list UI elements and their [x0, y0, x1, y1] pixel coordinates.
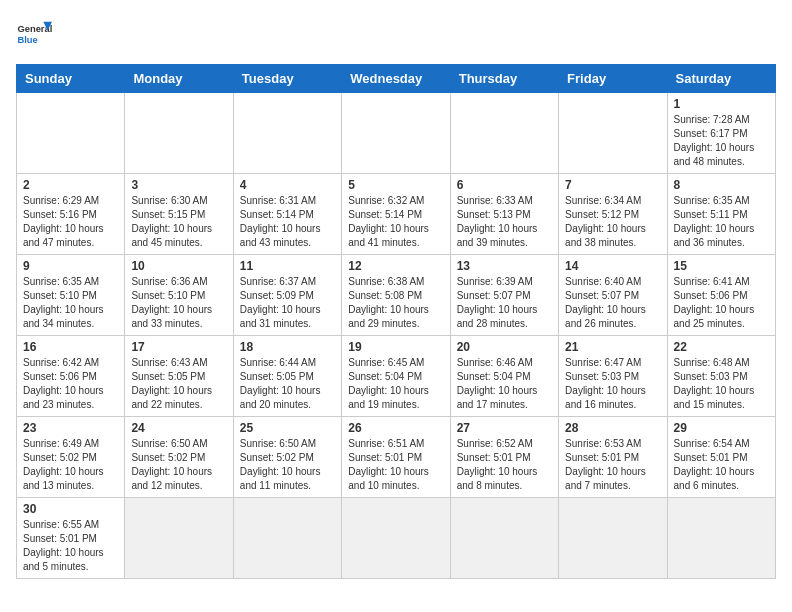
calendar-cell: 28Sunrise: 6:53 AM Sunset: 5:01 PM Dayli…	[559, 417, 667, 498]
day-info: Sunrise: 6:45 AM Sunset: 5:04 PM Dayligh…	[348, 356, 443, 412]
day-number: 2	[23, 178, 118, 192]
day-info: Sunrise: 6:29 AM Sunset: 5:16 PM Dayligh…	[23, 194, 118, 250]
day-number: 9	[23, 259, 118, 273]
day-number: 22	[674, 340, 769, 354]
day-info: Sunrise: 6:42 AM Sunset: 5:06 PM Dayligh…	[23, 356, 118, 412]
day-number: 12	[348, 259, 443, 273]
day-info: Sunrise: 6:37 AM Sunset: 5:09 PM Dayligh…	[240, 275, 335, 331]
day-number: 28	[565, 421, 660, 435]
day-info: Sunrise: 6:49 AM Sunset: 5:02 PM Dayligh…	[23, 437, 118, 493]
day-number: 4	[240, 178, 335, 192]
calendar-cell: 30Sunrise: 6:55 AM Sunset: 5:01 PM Dayli…	[17, 498, 125, 579]
day-info: Sunrise: 6:31 AM Sunset: 5:14 PM Dayligh…	[240, 194, 335, 250]
calendar-cell: 10Sunrise: 6:36 AM Sunset: 5:10 PM Dayli…	[125, 255, 233, 336]
day-info: Sunrise: 6:33 AM Sunset: 5:13 PM Dayligh…	[457, 194, 552, 250]
day-number: 10	[131, 259, 226, 273]
calendar-cell: 19Sunrise: 6:45 AM Sunset: 5:04 PM Dayli…	[342, 336, 450, 417]
day-info: Sunrise: 6:32 AM Sunset: 5:14 PM Dayligh…	[348, 194, 443, 250]
day-info: Sunrise: 6:51 AM Sunset: 5:01 PM Dayligh…	[348, 437, 443, 493]
day-number: 26	[348, 421, 443, 435]
day-info: Sunrise: 6:47 AM Sunset: 5:03 PM Dayligh…	[565, 356, 660, 412]
day-info: Sunrise: 6:53 AM Sunset: 5:01 PM Dayligh…	[565, 437, 660, 493]
day-number: 14	[565, 259, 660, 273]
week-row-1: 2Sunrise: 6:29 AM Sunset: 5:16 PM Daylig…	[17, 174, 776, 255]
logo: General Blue	[16, 16, 52, 52]
day-number: 1	[674, 97, 769, 111]
calendar-cell: 4Sunrise: 6:31 AM Sunset: 5:14 PM Daylig…	[233, 174, 341, 255]
calendar-cell: 2Sunrise: 6:29 AM Sunset: 5:16 PM Daylig…	[17, 174, 125, 255]
day-number: 17	[131, 340, 226, 354]
calendar: SundayMondayTuesdayWednesdayThursdayFrid…	[16, 64, 776, 579]
day-number: 6	[457, 178, 552, 192]
day-number: 27	[457, 421, 552, 435]
day-number: 8	[674, 178, 769, 192]
calendar-cell: 7Sunrise: 6:34 AM Sunset: 5:12 PM Daylig…	[559, 174, 667, 255]
week-row-5: 30Sunrise: 6:55 AM Sunset: 5:01 PM Dayli…	[17, 498, 776, 579]
weekday-header-friday: Friday	[559, 65, 667, 93]
weekday-header-row: SundayMondayTuesdayWednesdayThursdayFrid…	[17, 65, 776, 93]
day-info: Sunrise: 6:39 AM Sunset: 5:07 PM Dayligh…	[457, 275, 552, 331]
day-number: 23	[23, 421, 118, 435]
calendar-cell	[233, 498, 341, 579]
day-info: Sunrise: 6:41 AM Sunset: 5:06 PM Dayligh…	[674, 275, 769, 331]
calendar-cell: 22Sunrise: 6:48 AM Sunset: 5:03 PM Dayli…	[667, 336, 775, 417]
day-info: Sunrise: 6:34 AM Sunset: 5:12 PM Dayligh…	[565, 194, 660, 250]
calendar-cell: 26Sunrise: 6:51 AM Sunset: 5:01 PM Dayli…	[342, 417, 450, 498]
week-row-4: 23Sunrise: 6:49 AM Sunset: 5:02 PM Dayli…	[17, 417, 776, 498]
day-info: Sunrise: 6:35 AM Sunset: 5:11 PM Dayligh…	[674, 194, 769, 250]
day-number: 30	[23, 502, 118, 516]
day-number: 13	[457, 259, 552, 273]
day-info: Sunrise: 6:43 AM Sunset: 5:05 PM Dayligh…	[131, 356, 226, 412]
day-number: 25	[240, 421, 335, 435]
day-info: Sunrise: 6:52 AM Sunset: 5:01 PM Dayligh…	[457, 437, 552, 493]
day-info: Sunrise: 6:30 AM Sunset: 5:15 PM Dayligh…	[131, 194, 226, 250]
day-info: Sunrise: 6:48 AM Sunset: 5:03 PM Dayligh…	[674, 356, 769, 412]
day-number: 18	[240, 340, 335, 354]
calendar-cell	[559, 498, 667, 579]
generalblue-logo-icon: General Blue	[16, 16, 52, 52]
calendar-cell: 21Sunrise: 6:47 AM Sunset: 5:03 PM Dayli…	[559, 336, 667, 417]
calendar-cell: 5Sunrise: 6:32 AM Sunset: 5:14 PM Daylig…	[342, 174, 450, 255]
day-number: 3	[131, 178, 226, 192]
day-number: 21	[565, 340, 660, 354]
day-info: Sunrise: 6:38 AM Sunset: 5:08 PM Dayligh…	[348, 275, 443, 331]
day-info: Sunrise: 6:54 AM Sunset: 5:01 PM Dayligh…	[674, 437, 769, 493]
day-number: 7	[565, 178, 660, 192]
calendar-cell: 14Sunrise: 6:40 AM Sunset: 5:07 PM Dayli…	[559, 255, 667, 336]
weekday-header-monday: Monday	[125, 65, 233, 93]
svg-text:Blue: Blue	[17, 35, 37, 45]
calendar-cell: 11Sunrise: 6:37 AM Sunset: 5:09 PM Dayli…	[233, 255, 341, 336]
calendar-cell: 20Sunrise: 6:46 AM Sunset: 5:04 PM Dayli…	[450, 336, 558, 417]
week-row-3: 16Sunrise: 6:42 AM Sunset: 5:06 PM Dayli…	[17, 336, 776, 417]
day-info: Sunrise: 6:55 AM Sunset: 5:01 PM Dayligh…	[23, 518, 118, 574]
day-number: 16	[23, 340, 118, 354]
day-number: 11	[240, 259, 335, 273]
calendar-cell	[342, 498, 450, 579]
day-number: 19	[348, 340, 443, 354]
calendar-cell	[667, 498, 775, 579]
weekday-header-wednesday: Wednesday	[342, 65, 450, 93]
calendar-cell: 1Sunrise: 7:28 AM Sunset: 6:17 PM Daylig…	[667, 93, 775, 174]
day-number: 24	[131, 421, 226, 435]
calendar-cell	[17, 93, 125, 174]
day-info: Sunrise: 6:40 AM Sunset: 5:07 PM Dayligh…	[565, 275, 660, 331]
calendar-cell	[233, 93, 341, 174]
calendar-cell: 24Sunrise: 6:50 AM Sunset: 5:02 PM Dayli…	[125, 417, 233, 498]
weekday-header-tuesday: Tuesday	[233, 65, 341, 93]
day-number: 20	[457, 340, 552, 354]
calendar-cell: 23Sunrise: 6:49 AM Sunset: 5:02 PM Dayli…	[17, 417, 125, 498]
calendar-cell: 29Sunrise: 6:54 AM Sunset: 5:01 PM Dayli…	[667, 417, 775, 498]
calendar-cell: 12Sunrise: 6:38 AM Sunset: 5:08 PM Dayli…	[342, 255, 450, 336]
day-info: Sunrise: 7:28 AM Sunset: 6:17 PM Dayligh…	[674, 113, 769, 169]
day-number: 29	[674, 421, 769, 435]
day-number: 5	[348, 178, 443, 192]
day-info: Sunrise: 6:50 AM Sunset: 5:02 PM Dayligh…	[240, 437, 335, 493]
weekday-header-thursday: Thursday	[450, 65, 558, 93]
calendar-cell: 25Sunrise: 6:50 AM Sunset: 5:02 PM Dayli…	[233, 417, 341, 498]
calendar-cell: 13Sunrise: 6:39 AM Sunset: 5:07 PM Dayli…	[450, 255, 558, 336]
weekday-header-saturday: Saturday	[667, 65, 775, 93]
weekday-header-sunday: Sunday	[17, 65, 125, 93]
calendar-cell	[125, 498, 233, 579]
day-info: Sunrise: 6:50 AM Sunset: 5:02 PM Dayligh…	[131, 437, 226, 493]
calendar-cell	[125, 93, 233, 174]
